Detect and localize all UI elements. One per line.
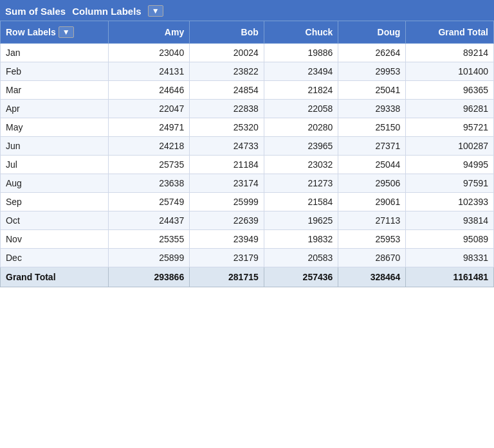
row-month-label: Nov bbox=[1, 230, 109, 249]
row-grand_total: 97591 bbox=[406, 174, 494, 193]
row-bob: 22838 bbox=[190, 100, 264, 118]
table-row: Nov2535523949198322595395089 bbox=[1, 230, 494, 249]
row-month-label: May bbox=[1, 118, 109, 137]
row-chuck: 20583 bbox=[264, 249, 338, 267]
row-labels-header[interactable]: Row Labels ▼ bbox=[1, 21, 109, 44]
row-chuck: 20280 bbox=[264, 118, 338, 137]
sum-of-sales-bar: Sum of Sales Column Labels ▼ bbox=[0, 0, 494, 21]
sum-of-sales-label: Sum of Sales bbox=[5, 6, 66, 17]
row-amy: 22047 bbox=[109, 100, 190, 118]
table-row: Jun24218247332396527371100287 bbox=[1, 137, 494, 156]
row-amy: 25355 bbox=[109, 230, 190, 249]
row-bob: 24733 bbox=[190, 137, 264, 156]
row-chuck: 19625 bbox=[264, 211, 338, 230]
row-bob: 23174 bbox=[190, 174, 264, 193]
row-chuck: 23032 bbox=[264, 156, 338, 174]
row-amy: 25749 bbox=[109, 193, 190, 211]
table-row: May2497125320202802515095721 bbox=[1, 118, 494, 137]
row-chuck: 22058 bbox=[264, 100, 338, 118]
bob-header: Bob bbox=[190, 21, 264, 44]
row-bob: 23949 bbox=[190, 230, 264, 249]
column-labels-dropdown[interactable]: ▼ bbox=[148, 5, 163, 17]
row-bob: 23822 bbox=[190, 62, 264, 81]
row-labels-dropdown[interactable]: ▼ bbox=[59, 26, 74, 38]
row-grand_total: 93814 bbox=[406, 211, 494, 230]
amy-header: Amy bbox=[109, 21, 190, 44]
row-chuck: 23965 bbox=[264, 137, 338, 156]
row-doug: 29338 bbox=[338, 100, 406, 118]
row-bob: 22639 bbox=[190, 211, 264, 230]
row-bob: 23179 bbox=[190, 249, 264, 267]
row-chuck: 23494 bbox=[264, 62, 338, 81]
row-doug: 25044 bbox=[338, 156, 406, 174]
grand-total-footer: Grand Total 293866 281715 257436 328464 … bbox=[1, 267, 494, 287]
row-chuck: 19886 bbox=[264, 44, 338, 62]
row-labels-filter: Row Labels ▼ bbox=[6, 26, 74, 38]
table-row: Feb24131238222349429953101400 bbox=[1, 62, 494, 81]
row-grand_total: 96365 bbox=[406, 81, 494, 100]
row-amy: 25735 bbox=[109, 156, 190, 174]
row-doug: 29061 bbox=[338, 193, 406, 211]
row-doug: 25150 bbox=[338, 118, 406, 137]
row-grand_total: 101400 bbox=[406, 62, 494, 81]
table-row: Jan2304020024198862626489214 bbox=[1, 44, 494, 62]
row-month-label: Oct bbox=[1, 211, 109, 230]
row-grand_total: 89214 bbox=[406, 44, 494, 62]
table-body: Jan2304020024198862626489214Feb241312382… bbox=[1, 44, 494, 267]
row-chuck: 21824 bbox=[264, 81, 338, 100]
row-grand_total: 96281 bbox=[406, 100, 494, 118]
row-month-label: Jul bbox=[1, 156, 109, 174]
row-doug: 25041 bbox=[338, 81, 406, 100]
row-grand_total: 100287 bbox=[406, 137, 494, 156]
table-row: Jul2573521184230322504494995 bbox=[1, 156, 494, 174]
table-row: Apr2204722838220582933896281 bbox=[1, 100, 494, 118]
row-bob: 21184 bbox=[190, 156, 264, 174]
doug-header: Doug bbox=[338, 21, 406, 44]
row-bob: 25999 bbox=[190, 193, 264, 211]
pivot-table: Row Labels ▼ Amy Bob Chuck Doug Grand To… bbox=[0, 21, 494, 287]
row-doug: 25953 bbox=[338, 230, 406, 249]
grand-total-doug: 328464 bbox=[338, 267, 406, 287]
row-month-label: Feb bbox=[1, 62, 109, 81]
row-grand_total: 102393 bbox=[406, 193, 494, 211]
row-grand_total: 94995 bbox=[406, 156, 494, 174]
row-bob: 25320 bbox=[190, 118, 264, 137]
row-month-label: Jan bbox=[1, 44, 109, 62]
table-row: Aug2363823174212732950697591 bbox=[1, 174, 494, 193]
row-amy: 24971 bbox=[109, 118, 190, 137]
column-header-row: Row Labels ▼ Amy Bob Chuck Doug Grand To… bbox=[1, 21, 494, 44]
chuck-header: Chuck bbox=[264, 21, 338, 44]
row-month-label: Mar bbox=[1, 81, 109, 100]
grand-total-label: Grand Total bbox=[1, 267, 109, 287]
row-month-label: Aug bbox=[1, 174, 109, 193]
grand-total-chuck: 257436 bbox=[264, 267, 338, 287]
row-doug: 29506 bbox=[338, 174, 406, 193]
row-doug: 26264 bbox=[338, 44, 406, 62]
row-month-label: Jun bbox=[1, 137, 109, 156]
row-amy: 25899 bbox=[109, 249, 190, 267]
table-row: Mar2464624854218242504196365 bbox=[1, 81, 494, 100]
grand-total-total: 1161481 bbox=[406, 267, 494, 287]
grand-total-header: Grand Total bbox=[406, 21, 494, 44]
pivot-container: Sum of Sales Column Labels ▼ Row Labels … bbox=[0, 0, 494, 287]
row-grand_total: 95721 bbox=[406, 118, 494, 137]
table-row: Sep25749259992158429061102393 bbox=[1, 193, 494, 211]
row-bob: 24854 bbox=[190, 81, 264, 100]
row-month-label: Dec bbox=[1, 249, 109, 267]
row-chuck: 21584 bbox=[264, 193, 338, 211]
table-row: Oct2443722639196252711393814 bbox=[1, 211, 494, 230]
row-amy: 24437 bbox=[109, 211, 190, 230]
row-labels-header-text: Row Labels bbox=[6, 27, 56, 37]
row-chuck: 19832 bbox=[264, 230, 338, 249]
row-doug: 27371 bbox=[338, 137, 406, 156]
row-month-label: Apr bbox=[1, 100, 109, 118]
row-amy: 24646 bbox=[109, 81, 190, 100]
row-grand_total: 98331 bbox=[406, 249, 494, 267]
row-amy: 23040 bbox=[109, 44, 190, 62]
row-amy: 23638 bbox=[109, 174, 190, 193]
row-month-label: Sep bbox=[1, 193, 109, 211]
row-grand_total: 95089 bbox=[406, 230, 494, 249]
table-row: Dec2589923179205832867098331 bbox=[1, 249, 494, 267]
row-amy: 24218 bbox=[109, 137, 190, 156]
row-doug: 27113 bbox=[338, 211, 406, 230]
